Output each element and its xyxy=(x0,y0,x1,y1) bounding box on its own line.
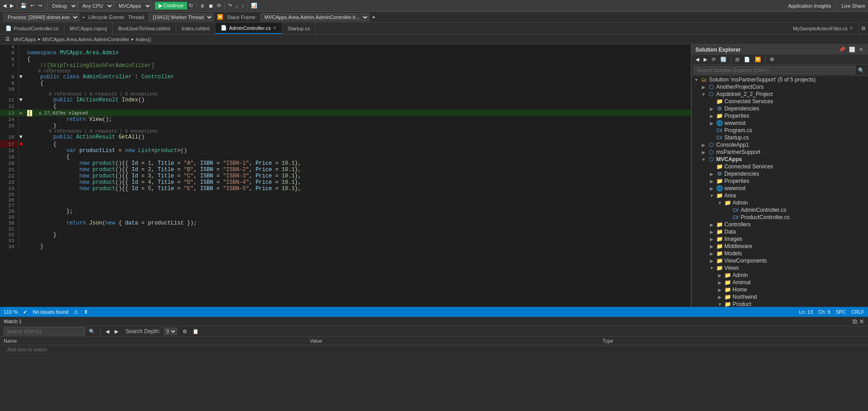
se-search-btn[interactable]: 🔍 xyxy=(856,67,866,74)
se-refresh-btn[interactable]: 🔄 xyxy=(719,56,728,63)
tree-wwwroot-mvc[interactable]: ▶ 🌐 wwwroot xyxy=(692,185,868,192)
tree-mvcapps[interactable]: ▼ ⬡ MVCApps xyxy=(692,156,868,163)
forward-btn[interactable]: ▶ xyxy=(8,2,15,10)
watch-search-input[interactable] xyxy=(4,327,85,335)
tree-admin-folder[interactable]: ▼ 📁 Admin xyxy=(692,199,868,206)
se-maximize-btn[interactable]: ⬜ xyxy=(848,46,857,53)
watch-float-btn[interactable]: ⧉ xyxy=(853,318,857,325)
cpu-config-select[interactable]: Any CPU xyxy=(77,1,114,10)
tab-admincontroller[interactable]: 📄 AdminController.cs ✕ xyxy=(215,23,282,34)
tree-productcontroller-file[interactable]: C# ProductController.cs xyxy=(692,214,868,221)
tab-bindjsontoview[interactable]: BindJsonToView.cshtml xyxy=(113,23,176,34)
code-content[interactable]: 4 5 namespace MVCApps.Area.Admin 6 xyxy=(0,44,691,307)
restart-btn[interactable]: ⟳ xyxy=(215,2,223,10)
stop-btn[interactable]: ⏹ xyxy=(207,2,215,10)
watch-header-buttons: ⧉ ✕ xyxy=(853,318,864,325)
tab-productcontroller[interactable]: 📄 ProductController.cs xyxy=(0,23,64,34)
step-into-btn[interactable]: ↓ xyxy=(234,2,240,10)
tree-aspdotnet[interactable]: ▼ ⬡ Aspdotnet_2_2_Project xyxy=(692,91,868,98)
se-close-btn[interactable]: ✕ xyxy=(858,46,864,53)
undo-btn[interactable]: ↩ xyxy=(29,2,36,10)
se-collapse-btn[interactable]: ⊟ xyxy=(733,56,741,63)
tree-views-home[interactable]: ▶ 📁 Home xyxy=(692,286,868,293)
status-zoom[interactable]: 110 % xyxy=(4,309,18,315)
code-line: 25 xyxy=(0,192,691,197)
close-admincontroller-btn[interactable]: ✕ xyxy=(273,25,276,30)
redo-btn[interactable]: ↪ xyxy=(36,2,44,10)
project-select[interactable]: MVCApps xyxy=(114,1,152,10)
se-forward-btn[interactable]: ▶ xyxy=(702,56,709,63)
tree-connected-services-asp[interactable]: 📁 Connected Services xyxy=(692,98,868,105)
tree-wwwroot-asp[interactable]: ▶ 🌐 wwwroot xyxy=(692,119,868,127)
tree-data-folder[interactable]: ▶ 📁 Data xyxy=(692,228,868,235)
tree-deps-asp[interactable]: ▶ ⚙ Dependencies xyxy=(692,105,868,112)
tab-indexcshtml[interactable]: Index.cshtml xyxy=(176,23,216,34)
breadcrumb-sep2: ▸ xyxy=(131,36,134,42)
breakall-btn[interactable]: ⏸ xyxy=(198,2,207,10)
step-over-btn[interactable]: ↷ xyxy=(226,2,234,10)
tree-solution[interactable]: ▼ 🗂 Solution 'msPartnerSupport' (5 of 5 … xyxy=(692,76,868,83)
se-show-files-btn[interactable]: 📄 xyxy=(742,56,752,63)
app-insights-label: Application Insights xyxy=(786,2,833,10)
stack-nav-btn[interactable]: ▸ xyxy=(373,14,376,20)
se-filter-btn[interactable]: 🔽 xyxy=(753,56,763,63)
watch-options-btn[interactable]: ⚙ xyxy=(181,328,189,335)
step-out-btn[interactable]: ↑ xyxy=(240,2,246,10)
tree-anotherprojectcors[interactable]: ▶ ⬡ AnotherProjectCors xyxy=(692,83,868,91)
se-settings-btn[interactable]: ⚙ xyxy=(768,56,776,63)
tree-views-admin[interactable]: ▶ 📁 Admin xyxy=(692,272,868,279)
watch-depth-select[interactable]: 3 xyxy=(164,328,177,335)
tree-views-northwind[interactable]: ▶ 📁 Northwind xyxy=(692,293,868,301)
code-line: 19 { xyxy=(0,154,691,160)
watch-next-btn[interactable]: ▶ xyxy=(113,328,120,335)
stack-frame-select[interactable]: MVCApps.Area.Admin.AdminController.Ir... xyxy=(260,13,369,21)
watch-prev-btn[interactable]: ◀ xyxy=(104,328,111,335)
watch-add-row[interactable]: Add item to watch xyxy=(0,345,868,354)
tree-props-mvc[interactable]: ▶ 📁 Properties xyxy=(692,177,868,185)
tree-views-product[interactable]: ▼ 📁 Product xyxy=(692,301,868,307)
tree-area-folder[interactable]: ▼ 📁 Area xyxy=(692,192,868,199)
diagnostics-btn[interactable]: 📊 xyxy=(249,2,259,10)
tab-mysampleactionfilter[interactable]: MySampleActionFilter.cs ✕ xyxy=(788,23,859,34)
watch-search-btn[interactable]: 🔍 xyxy=(87,328,97,335)
thread-select[interactable]: [19412] Worker Thread xyxy=(149,13,213,21)
tab-mvccsproj[interactable]: MVCApps.csproj xyxy=(64,23,113,34)
tree-mspartnersupport[interactable]: ▶ ⬡ msPartnerSupport xyxy=(692,148,868,156)
se-pin-btn[interactable]: 📌 xyxy=(838,46,847,53)
tree-program-asp[interactable]: C# Program.cs xyxy=(692,127,868,134)
tree-controllers-folder[interactable]: ▶ 📁 Controllers xyxy=(692,221,868,228)
code-line-ref: 0 references | 0 requests | 0 exceptions xyxy=(0,129,691,134)
refresh-btn[interactable]: ↻ xyxy=(187,2,195,10)
debug-config-select[interactable]: Debug xyxy=(47,1,77,10)
tree-middleware-folder[interactable]: ▶ 📁 Middleware xyxy=(692,243,868,250)
se-sync-btn[interactable]: ⟳ xyxy=(710,56,718,63)
back-btn[interactable]: ◀ xyxy=(1,2,8,10)
code-line: 21 new product(){{ Id = 2, Title = "B", … xyxy=(0,167,691,173)
save-btn[interactable]: 💾 xyxy=(19,2,29,10)
process-select[interactable]: Process: [28940] dotnet.exe xyxy=(4,13,79,21)
tree-consoleapp1[interactable]: ▶ ⬡ ConsoleApp1 xyxy=(692,141,868,148)
tree-props-asp[interactable]: ▶ 📁 Properties xyxy=(692,112,868,119)
watch-panel-header: Watch 1 ⧉ ✕ xyxy=(0,317,868,326)
stack-icon: 🔽 xyxy=(217,14,223,20)
watch-close-btn[interactable]: ✕ xyxy=(859,318,864,325)
tree-images-folder[interactable]: ▶ 📁 Images xyxy=(692,235,868,243)
tree-admincontroller-file[interactable]: C# AdminController.cs xyxy=(692,206,868,214)
se-back-btn[interactable]: ◀ xyxy=(694,56,701,63)
tab-startup[interactable]: Startup.cs xyxy=(282,23,316,34)
se-search-input[interactable] xyxy=(694,66,855,74)
tree-views-folder[interactable]: ▼ 📁 Views xyxy=(692,264,868,272)
collapse-folders-btn[interactable]: ☰ xyxy=(4,35,12,43)
tree-models-folder[interactable]: ▶ 📁 Models xyxy=(692,250,868,257)
watch-columns-btn[interactable]: 📋 xyxy=(191,328,201,335)
tree-deps-mvc[interactable]: ▶ ⚙ Dependencies xyxy=(692,170,868,177)
tree-connected-services-mvc[interactable]: 📁 Connected Services xyxy=(692,163,868,170)
code-line: 4 xyxy=(0,44,691,50)
tree-views-amimal[interactable]: ▶ 📁 Amimal xyxy=(692,279,868,286)
tree-viewcomponents-folder[interactable]: ▶ 📁 ViewComponents xyxy=(692,257,868,264)
code-line: 6 { xyxy=(0,56,691,62)
tree-startup-asp[interactable]: C# Startup.cs xyxy=(692,134,868,141)
continue-btn[interactable]: ▶ Continue xyxy=(155,2,187,10)
close-filter-btn[interactable]: ✕ xyxy=(849,26,853,31)
split-editor-btn[interactable]: ⧉ xyxy=(859,23,868,34)
